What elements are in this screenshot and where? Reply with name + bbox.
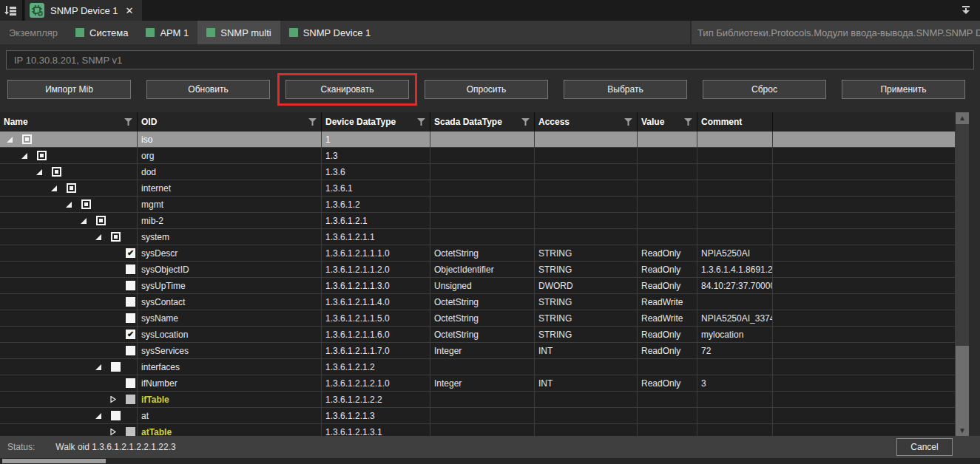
row-checkbox[interactable] [126,378,135,388]
column-header-device-datatype[interactable]: Device DataType [322,112,430,132]
breadcrumb-item-snmp-device-1[interactable]: SNMP Device 1 [280,21,380,44]
node-square-icon [146,28,155,37]
table-row[interactable]: dod1.3.6 [0,164,956,180]
cell-device-type: Integer [430,375,535,391]
table-row[interactable]: atTable1.3.6.1.2.1.3.1 [0,424,956,436]
cell-device-type [430,132,535,147]
column-header-access[interactable]: Access [535,112,638,132]
table-row[interactable]: interfaces1.3.6.1.2.1.2 [0,359,956,375]
filter-funnel-icon[interactable] [124,118,132,126]
table-row[interactable]: sysObjectID1.3.6.1.2.1.1.2.0ObjectIdenti… [0,262,956,278]
table-row[interactable]: mgmt1.3.6.1.2 [0,197,956,213]
row-checkbox[interactable] [126,297,135,307]
table-row[interactable]: internet1.3.6.1 [0,180,956,197]
collapse-panel-button[interactable] [957,2,975,18]
toolbar-button-2[interactable]: Обновить [146,80,270,99]
toolbar-button-4[interactable]: Опросить [425,80,548,99]
tab-snmp-device-1[interactable]: SNMP Device 1 ✕ [25,0,142,21]
row-checkbox[interactable] [22,134,32,144]
table-row[interactable]: mib-21.3.6.1.2.1 [0,213,956,229]
column-header-oid[interactable]: OID [138,112,322,132]
cell-access: ReadWrite [638,310,697,326]
row-checkbox[interactable] [52,167,61,177]
breadcrumb-item-арм-1[interactable]: АРМ 1 [137,21,197,44]
table-row[interactable]: sysName1.3.6.1.2.1.1.5.0OctetStringSTRIN… [0,310,956,327]
toolbar-button-5[interactable]: Выбрать [564,80,687,99]
vertical-scrollbar-thumb[interactable] [956,124,969,346]
table-row[interactable]: system1.3.6.1.2.1.1 [0,229,956,245]
table-row[interactable]: ✔sysDescr1.3.6.1.2.1.1.1.0OctetStringSTR… [0,245,956,262]
tree-expander-collapsed-icon[interactable] [109,429,117,436]
cell-access [638,424,697,436]
cell-access: ReadOnly [638,327,697,342]
tree-expander-expanded-icon[interactable] [95,412,102,420]
node-square-icon [289,28,298,37]
row-checkbox[interactable]: ✔ [126,248,135,258]
toolbar-button-3[interactable]: Сканировать [285,80,409,99]
filter-funnel-icon[interactable] [417,118,425,126]
row-checkbox[interactable] [126,346,135,355]
tree-expander-expanded-icon[interactable] [36,168,43,176]
row-checkbox[interactable] [111,362,121,372]
row-checkbox[interactable] [111,411,121,420]
filter-funnel-icon[interactable] [684,118,692,126]
row-checkbox[interactable] [126,281,135,290]
column-header-name[interactable]: Name [0,112,138,132]
toolbar-button-7[interactable]: Применить [842,80,965,99]
vertical-scrollbar[interactable]: ▲ ▼ [956,112,969,436]
column-header-comment[interactable]: Comment [697,112,773,132]
row-checkbox[interactable] [111,232,121,242]
row-checkbox[interactable] [126,395,135,404]
column-header-value[interactable]: Value [638,112,697,132]
cell-oid: 1.3.6.1.2 [322,197,430,212]
horizontal-scrollbar[interactable] [0,458,980,464]
tree-expander-expanded-icon[interactable] [6,136,13,143]
table-row[interactable]: at1.3.6.1.2.1.3 [0,408,956,424]
cell-tree [0,148,138,163]
column-header-scada-datatype[interactable]: Scada DataType [430,112,535,132]
table-row[interactable]: sysUpTime1.3.6.1.2.1.1.3.0UnsignedDWORDR… [0,278,956,294]
cell-value: 1.3.6.1.4.1.8691.2.7 [697,262,773,277]
filter-funnel-icon[interactable] [308,118,317,126]
row-checkbox[interactable] [126,427,135,436]
tree-expander-collapsed-icon[interactable] [109,396,117,403]
row-checkbox[interactable] [126,313,135,323]
table-row[interactable]: ✔sysLocation1.3.6.1.2.1.1.6.0OctetString… [0,327,956,343]
status-bar: Status: Walk oid 1.3.6.1.2.1.2.2.1.22.3 … [0,436,980,458]
tree-expander-expanded-icon[interactable] [21,152,28,160]
toolbar-button-6[interactable]: Сброс [703,80,826,99]
row-checkbox[interactable] [67,183,76,193]
tab-close-icon[interactable]: ✕ [124,5,135,16]
cancel-button[interactable]: Cancel [896,438,953,456]
tree-expander-expanded-icon[interactable] [65,201,72,208]
scroll-down-icon[interactable]: ▼ [956,426,969,434]
filter-funnel-icon[interactable] [521,118,530,126]
tab-list-button[interactable] [0,0,24,21]
filter-funnel-icon[interactable] [624,118,632,126]
row-checkbox[interactable] [126,265,135,274]
row-checkbox[interactable] [37,151,47,160]
cell-access: ReadOnly [638,375,697,391]
tree-expander-expanded-icon[interactable] [95,364,102,371]
toolbar-button-1[interactable]: Импорт Mib [7,80,131,99]
tree-expander-expanded-icon[interactable] [50,185,58,192]
table-row[interactable]: org1.3 [0,148,956,164]
breadcrumb-item-snmp-multi[interactable]: SNMP multi [197,21,280,44]
table-row[interactable]: ifNumber1.3.6.1.2.1.2.1.0IntegerINTReadO… [0,375,956,392]
table-row[interactable]: iso1 [0,132,956,148]
scroll-up-icon[interactable]: ▲ [956,114,969,122]
tree-expander-expanded-icon[interactable] [80,217,87,225]
tab-bar: SNMP Device 1 ✕ [0,0,980,21]
table-row[interactable]: sysContact1.3.6.1.2.1.1.4.0OctetStringST… [0,294,956,310]
breadcrumb-item-система[interactable]: Система [67,21,137,44]
cell-oid: 1.3.6.1.2.1.2 [322,359,430,375]
connection-field[interactable]: IP 10.30.8.201, SNMP v1 [6,50,974,69]
table-row[interactable]: ifTable1.3.6.1.2.1.2.2 [0,392,956,408]
tree-expander-expanded-icon[interactable] [95,233,102,241]
table-row[interactable]: sysServices1.3.6.1.2.1.1.7.0IntegerINTRe… [0,343,956,359]
row-checkbox[interactable] [96,216,106,225]
row-checkbox[interactable] [81,199,91,209]
horizontal-scrollbar-thumb[interactable] [2,459,106,463]
row-checkbox[interactable]: ✔ [126,330,135,339]
cell-device-type [430,424,535,436]
